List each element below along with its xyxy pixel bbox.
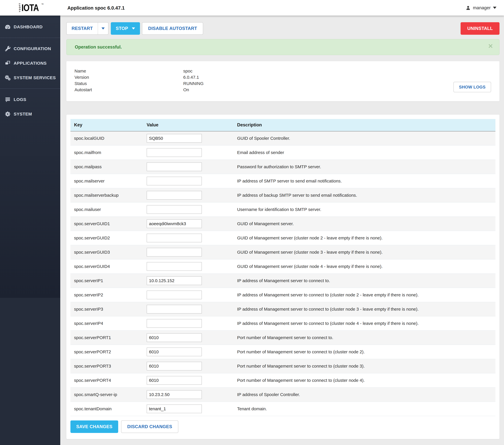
- user-menu[interactable]: manager: [466, 0, 496, 16]
- config-key: spoc.mailserver: [71, 174, 147, 188]
- restart-button-group: RESTART: [66, 22, 108, 35]
- sidebar-item-logs[interactable]: LOGS: [0, 92, 60, 107]
- column-header-key: Key: [71, 119, 147, 131]
- sidebar-item-label: SYSTEM SERVICES: [14, 75, 56, 80]
- config-key: spoc.serverPORT3: [71, 359, 147, 373]
- sidebar-item-system[interactable]: SYSTEM: [0, 107, 60, 121]
- info-value: 6.0.47.1: [183, 75, 199, 80]
- success-alert: Operation successful. ✕: [66, 39, 500, 55]
- config-description: Username for identification to SMTP serv…: [237, 202, 495, 217]
- config-description: IP address of Management server to conne…: [237, 274, 495, 288]
- config-description: Port number of Management server to conn…: [237, 373, 495, 388]
- logs-icon: [5, 96, 14, 103]
- value-input[interactable]: [147, 162, 202, 171]
- sidebar-item-label: APPLICATIONS: [14, 61, 47, 66]
- value-input[interactable]: [147, 205, 202, 214]
- sidebar-menu: DASHBOARD CONFIGURATION APPLICATIONS SYS…: [0, 16, 60, 298]
- table-row: spoc.serverGUID2 GUID of Management serv…: [71, 231, 495, 245]
- config-key: spoc.serverIP4: [71, 316, 147, 331]
- config-key: spoc.mailuser: [71, 202, 147, 217]
- restart-button[interactable]: RESTART: [67, 22, 98, 35]
- table-row: spoc.serverGUID4 GUID of Management serv…: [71, 259, 495, 274]
- value-input[interactable]: [147, 348, 202, 356]
- info-row-autostart: Autostart On: [74, 87, 500, 93]
- table-row: spoc.mailserver IP address of SMTP serve…: [71, 174, 495, 188]
- config-description: Port number of Management server to conn…: [237, 345, 495, 359]
- table-row: spoc.mailserverbackup IP address of back…: [71, 188, 495, 202]
- config-key: spoc.mailfrom: [71, 146, 147, 160]
- value-input[interactable]: [147, 333, 202, 342]
- config-description: Tenant domain.: [237, 402, 495, 416]
- status-value: RUNNING: [183, 81, 204, 86]
- table-row: spoc.serverIP4 IP address of Management …: [71, 316, 495, 331]
- config-table: Key Value Description spoc.localGUID GUI…: [71, 119, 495, 416]
- discard-changes-button[interactable]: DISCARD CHANGES: [121, 420, 178, 433]
- value-input[interactable]: [147, 148, 202, 157]
- config-key: spoc.smartQ-server-ip: [71, 388, 147, 402]
- value-input[interactable]: [147, 248, 202, 257]
- restart-dropdown-button[interactable]: [98, 22, 108, 35]
- value-input[interactable]: [147, 376, 202, 385]
- config-description: Password for authorization to SMTP serve…: [237, 160, 495, 174]
- user-icon: [466, 5, 471, 10]
- config-key: spoc.serverGUID4: [71, 259, 147, 274]
- table-row: spoc.serverGUID1 GUID of Management serv…: [71, 217, 495, 231]
- config-key: spoc.serverPORT2: [71, 345, 147, 359]
- config-key: spoc.localGUID: [71, 131, 147, 146]
- value-input[interactable]: [147, 134, 202, 143]
- config-key: spoc.serverIP1: [71, 274, 147, 288]
- stop-button[interactable]: STOP: [111, 22, 140, 35]
- value-input[interactable]: [147, 305, 202, 314]
- config-key: spoc.mailpass: [71, 160, 147, 174]
- config-key: spoc.serverIP3: [71, 302, 147, 316]
- config-key: spoc.serverPORT1: [71, 331, 147, 345]
- sidebar-divider: [0, 38, 60, 38]
- value-input[interactable]: [147, 262, 202, 271]
- page-title: Application spoc 6.0.47.1: [67, 5, 125, 11]
- value-input[interactable]: [147, 291, 202, 299]
- sidebar-item-applications[interactable]: APPLICATIONS: [0, 56, 60, 71]
- sidebar-item-label: CONFIGURATION: [14, 46, 51, 51]
- uninstall-button[interactable]: UNINSTALL: [461, 22, 500, 35]
- value-input[interactable]: [147, 191, 202, 200]
- sidebar-divider: [0, 89, 60, 89]
- value-input[interactable]: [147, 362, 202, 371]
- value-input[interactable]: [147, 219, 202, 228]
- config-description: Port number of Management server to conn…: [237, 331, 495, 345]
- value-input[interactable]: [147, 234, 202, 242]
- info-label: Autostart: [74, 87, 183, 92]
- chevron-down-icon: [102, 27, 105, 30]
- main-content: RESTART STOP DISABLE AUTOSTART UNINSTALL…: [66, 16, 500, 439]
- value-input[interactable]: [147, 319, 202, 328]
- info-row-version: Version 6.0.47.1: [74, 74, 500, 80]
- config-description: GUID of Management server (cluster node …: [237, 245, 495, 259]
- sidebar-item-label: SYSTEM: [14, 111, 32, 116]
- config-description: IP address of Management server to conne…: [237, 288, 495, 302]
- config-key: spoc.serverPORT4: [71, 373, 147, 388]
- config-description: IP address of Management server to conne…: [237, 302, 495, 316]
- save-changes-button[interactable]: SAVE CHANGES: [71, 420, 118, 433]
- value-input[interactable]: [147, 390, 202, 399]
- value-input[interactable]: [147, 405, 202, 413]
- config-description: Port number of Management server to conn…: [237, 359, 495, 373]
- config-description: GUID of Spooler Controller.: [237, 131, 495, 146]
- sidebar-item-system-services[interactable]: SYSTEM SERVICES: [0, 71, 60, 85]
- value-input[interactable]: [147, 276, 202, 285]
- config-key: spoc.serverGUID2: [71, 231, 147, 245]
- table-row: spoc.smartQ-server-ip IP address of Spoo…: [71, 388, 495, 402]
- show-logs-button[interactable]: SHOW LOGS: [453, 82, 491, 92]
- column-header-description: Description: [237, 119, 495, 131]
- sidebar-item-configuration[interactable]: CONFIGURATION: [0, 41, 60, 56]
- info-value: spoc: [183, 69, 192, 74]
- table-header-row: Key Value Description: [71, 119, 495, 131]
- value-input[interactable]: [147, 177, 202, 185]
- config-description: IP address of Spooler Controller.: [237, 388, 495, 402]
- alert-message: Operation successful.: [75, 44, 122, 50]
- table-row: spoc.serverIP3 IP address of Management …: [71, 302, 495, 316]
- close-icon[interactable]: ✕: [488, 43, 493, 49]
- applications-icon: [5, 60, 14, 66]
- disable-autostart-button[interactable]: DISABLE AUTOSTART: [142, 22, 203, 35]
- autostart-value: On: [183, 87, 189, 92]
- sidebar-item-dashboard[interactable]: DASHBOARD: [0, 20, 60, 34]
- config-description: GUID of Management server (cluster node …: [237, 231, 495, 245]
